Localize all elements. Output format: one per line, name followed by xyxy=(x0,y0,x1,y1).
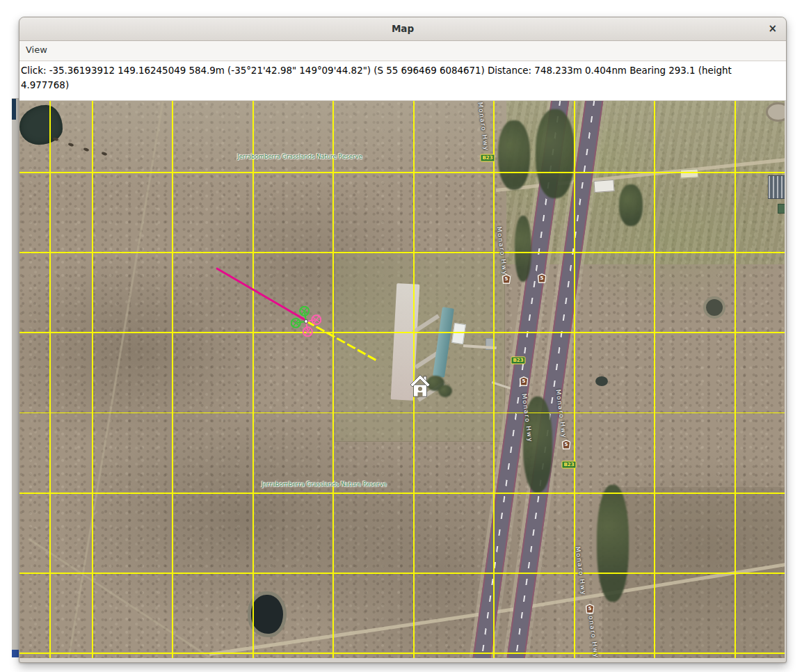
desktop: Map × View Click: -35.36193912 149.16245… xyxy=(0,0,802,672)
menu-item-view[interactable]: View xyxy=(19,41,54,55)
map-tile-fragment-bottom xyxy=(12,650,19,657)
map-canvas[interactable]: Jerrabomberra Grasslands Nature Reserve … xyxy=(19,101,785,658)
status-readout: Click: -35.36193912 149.16245049 584.9m … xyxy=(19,61,786,101)
window-title: Map xyxy=(19,23,786,34)
menu-bar: View xyxy=(19,41,786,61)
window-titlebar[interactable]: Map × xyxy=(19,17,786,41)
status-line-2: 4.977768) xyxy=(21,78,786,93)
map-window: Map × View Click: -35.36193912 149.16245… xyxy=(19,17,787,663)
utm-grid-overlay xyxy=(19,101,785,658)
route-shield-b23: B23 xyxy=(511,357,525,365)
reserve-label: Jerrabomberra Grasslands Nature Reserve xyxy=(262,481,386,488)
route-shield-b23: B23 xyxy=(480,154,495,162)
quadcopter-icon xyxy=(291,306,321,337)
map-tile-fragment-top xyxy=(12,99,16,120)
home-icon xyxy=(410,374,431,399)
close-icon[interactable]: × xyxy=(768,22,777,35)
map-tile-edge-strip xyxy=(12,98,19,655)
status-line-1: Click: -35.36193912 149.16245049 584.9m … xyxy=(21,63,786,78)
route-shield-b23: B23 xyxy=(561,461,576,469)
reserve-label: Jerrabomberra Grasslands Nature Reserve xyxy=(237,153,362,160)
